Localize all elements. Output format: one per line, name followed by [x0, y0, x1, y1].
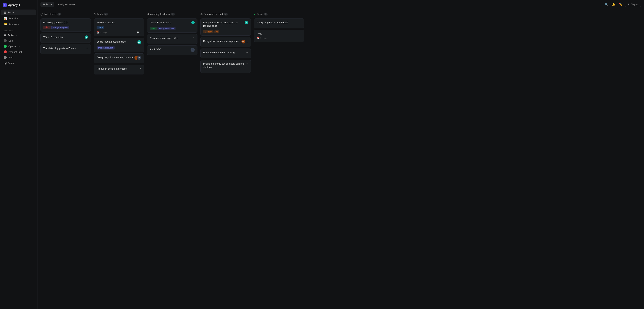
- card-long-title[interactable]: A very long title wi you know?: [254, 19, 304, 28]
- card-testimonial-title: Design new testimonial cards for landing…: [203, 21, 244, 28]
- card-design-logo-header: Design logo for upcoming product ▲ CD: [96, 56, 141, 61]
- avatar-h: H: [190, 48, 195, 52]
- sidebar-header: X Agency X: [0, 2, 37, 9]
- card-competitors[interactable]: Research competitors pricing ▲: [200, 49, 251, 58]
- bug-up-icon: ▲: [140, 67, 141, 69]
- sidebar-item-openai[interactable]: OpenAI ▸: [1, 44, 36, 49]
- card-social-strategy[interactable]: Prepare monthly social media content str…: [200, 60, 251, 73]
- search-button[interactable]: 🔍: [604, 2, 609, 7]
- card-figma-indicator: ●: [191, 21, 195, 24]
- card-branding[interactable]: Branding guideline 2.0 High Design Reque…: [40, 19, 91, 32]
- sidebar-item-tasks[interactable]: ▤ Tasks: [1, 10, 36, 15]
- card-social-avatar: AB: [137, 40, 141, 44]
- card-faq-title: Write FAQ section: [43, 36, 63, 39]
- topbar: ⊞ Not started Tasks Assigned to me 🔍 🔔 ✏…: [38, 0, 644, 9]
- calendar-icon: 📅: [96, 31, 99, 34]
- card-design-logo-rev[interactable]: Design logo for upcoming product BB ▲: [200, 37, 251, 47]
- card-design-logo-rev-title: Design logo for upcoming product: [203, 40, 240, 43]
- card-keyword-title: Keyword research: [96, 21, 141, 24]
- card-branding-title: Branding guideline 2.0: [43, 21, 88, 24]
- slite-label: Slite: [8, 56, 13, 59]
- card-figma[interactable]: Name Figma layers ● Low Design Request: [147, 19, 198, 33]
- grid-icon: ▦: [4, 34, 6, 37]
- card-design-logo-todo[interactable]: Design logo for upcoming product ▲ CD: [94, 53, 144, 63]
- awaiting-count: 3: [171, 13, 175, 16]
- sidebar-item-analytics[interactable]: 📊 Analytics: [1, 16, 36, 21]
- dub-label: Dub: [8, 39, 13, 42]
- column-todo: ◔ To do 4 Keyword research SEO 📅 11 days…: [94, 12, 144, 306]
- card-bug[interactable]: Fix bug in checkout process ▲: [94, 65, 144, 75]
- not-started-count: 3: [58, 13, 61, 16]
- tag-design-request-social: Design Request: [96, 46, 114, 50]
- card-revamp-header: Revamp homepage UX/UI ▲: [150, 37, 195, 42]
- card-keyword-comments: 💬 1: [137, 31, 141, 34]
- assigned-tab-label: Assigned to me: [58, 3, 75, 6]
- customers-section-label: Customers: [0, 27, 37, 33]
- todo-icon: ◔: [94, 13, 96, 16]
- card-revamp[interactable]: Revamp homepage UX/UI ▲: [147, 34, 198, 44]
- revamp-up-icon: ▲: [193, 37, 195, 39]
- awaiting-icon: ◑: [147, 13, 149, 16]
- kanban-board: ◯ Not started 3 Branding guideline 2.0 H…: [38, 9, 644, 309]
- card-design-logo-title: Design logo for upcoming product: [96, 56, 133, 59]
- keyword-days: 11 days: [100, 32, 108, 34]
- card-testimonial-indicator: ●: [244, 21, 248, 24]
- card-design-logo-rev-header: Design logo for upcoming product BB ▲: [203, 40, 248, 44]
- sidebar-item-tasks-label: Tasks: [8, 11, 14, 14]
- column-revisions: ◑ Revisions needed 4 Design new testimon…: [200, 12, 251, 306]
- card-testimonial[interactable]: Design new testimonial cards for landing…: [200, 19, 251, 36]
- translate-up-icon: ▲: [86, 47, 88, 49]
- holla-days: 11 days: [260, 37, 267, 39]
- column-not-started: ◯ Not started 3 Branding guideline 2.0 H…: [40, 12, 91, 306]
- column-done: ✓ Done 2 A very long title wi you know? …: [254, 12, 304, 306]
- sidebar-item-vercel[interactable]: ▲ Vercel: [1, 61, 36, 66]
- card-translate[interactable]: Translate blog posts to French ▲: [40, 44, 91, 54]
- card-figma-header: Name Figma layers ●: [150, 21, 195, 26]
- avatar-up-2: CD: [137, 56, 141, 60]
- sidebar: X Agency X ▤ Tasks 📊 Analytics 💳 Payment…: [0, 0, 37, 309]
- card-competitors-title: Research competitors pricing: [203, 51, 234, 54]
- sidebar-item-slite[interactable]: Slite: [1, 55, 36, 60]
- sidebar-item-dub[interactable]: · Dub: [1, 38, 36, 43]
- todo-count: 4: [104, 13, 108, 16]
- sidebar-item-payments[interactable]: 💳 Payments: [1, 22, 36, 27]
- card-social-template[interactable]: Social media post template AB Design Req…: [94, 38, 144, 52]
- card-competitors-header: Research competitors pricing ▲: [203, 51, 248, 56]
- column-header-not-started: ◯ Not started 3: [40, 12, 91, 17]
- tasks-tab-icon: ⊞: [43, 3, 45, 6]
- app-name: Agency X: [8, 4, 20, 7]
- display-button[interactable]: ⊞ Display: [625, 2, 641, 7]
- producthunt-dot: [4, 50, 7, 53]
- tag-high: High: [43, 26, 50, 29]
- tag-low: Low: [150, 27, 156, 30]
- openai-dot: [4, 45, 7, 48]
- card-holla-title: Holla: [256, 32, 301, 36]
- card-figma-tags: Low Design Request: [150, 27, 195, 30]
- card-figma-title: Name Figma layers: [150, 21, 171, 24]
- chevron-right-icon: ▸: [19, 45, 20, 47]
- payments-icon: 💳: [4, 23, 7, 26]
- card-holla[interactable]: Holla 📅 11 days: [254, 30, 304, 42]
- sidebar-active-group[interactable]: ▦ Active ▾: [1, 33, 36, 38]
- card-social-title: Social media post template: [96, 40, 126, 44]
- card-revamp-title: Revamp homepage UX/UI: [150, 37, 178, 40]
- sidebar-item-producthunt[interactable]: ProductHunt: [1, 49, 36, 55]
- card-keyword[interactable]: Keyword research SEO 📅 11 days 💬 1: [94, 19, 144, 36]
- comment-icon: 💬: [137, 31, 139, 34]
- tab-tasks[interactable]: ⊞ Not started Tasks: [40, 2, 54, 7]
- card-faq[interactable]: Write FAQ section ●: [40, 33, 91, 43]
- revisions-count: 4: [224, 13, 228, 16]
- card-translate-header: Translate blog posts to French ▲: [43, 47, 88, 52]
- competitors-up-icon: ▲: [246, 51, 248, 53]
- avatar-bb: BB: [241, 40, 245, 44]
- column-awaiting: ◑ Awaiting feedback 3 Name Figma layers …: [147, 12, 198, 306]
- card-branding-tags: High Design Request: [43, 26, 88, 29]
- notifications-button[interactable]: 🔔: [611, 2, 616, 7]
- card-audit[interactable]: Audit SEO H: [147, 45, 198, 55]
- compose-button[interactable]: ✏️: [618, 2, 624, 7]
- display-label: Display: [630, 3, 638, 6]
- tag-seo: SEO: [96, 26, 104, 29]
- card-social-header: Social media post template AB: [96, 40, 141, 45]
- sidebar-item-analytics-label: Analytics: [8, 17, 18, 20]
- tab-assigned[interactable]: Assigned to me: [56, 2, 77, 7]
